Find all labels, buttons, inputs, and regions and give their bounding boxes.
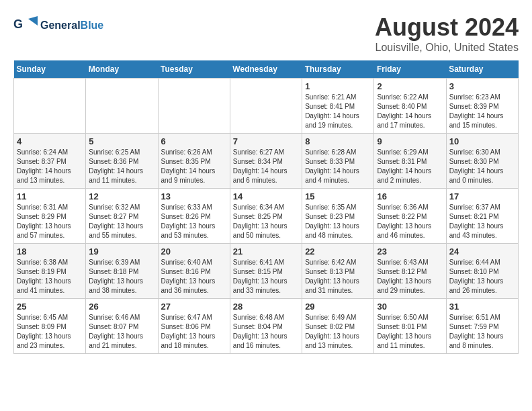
day-number: 17 bbox=[449, 191, 515, 201]
day-number: 6 bbox=[161, 136, 227, 146]
day-info: Sunrise: 6:28 AM Sunset: 8:33 PM Dayligh… bbox=[305, 148, 371, 185]
day-cell: 14Sunrise: 6:34 AM Sunset: 8:25 PM Dayli… bbox=[230, 189, 302, 244]
day-cell: 9Sunrise: 6:29 AM Sunset: 8:31 PM Daylig… bbox=[374, 134, 446, 189]
day-number: 1 bbox=[305, 81, 371, 91]
col-header-monday: Monday bbox=[86, 60, 158, 79]
day-info: Sunrise: 6:40 AM Sunset: 8:16 PM Dayligh… bbox=[161, 258, 227, 295]
calendar-table: SundayMondayTuesdayWednesdayThursdayFrid… bbox=[13, 60, 519, 354]
day-info: Sunrise: 6:38 AM Sunset: 8:19 PM Dayligh… bbox=[17, 258, 83, 295]
day-number: 14 bbox=[233, 191, 299, 201]
day-cell: 20Sunrise: 6:40 AM Sunset: 8:16 PM Dayli… bbox=[158, 244, 230, 299]
day-number: 8 bbox=[305, 136, 371, 146]
day-cell: 7Sunrise: 6:27 AM Sunset: 8:34 PM Daylig… bbox=[230, 134, 302, 189]
day-cell: 10Sunrise: 6:30 AM Sunset: 8:30 PM Dayli… bbox=[446, 134, 518, 189]
day-info: Sunrise: 6:35 AM Sunset: 8:23 PM Dayligh… bbox=[305, 203, 371, 240]
day-info: Sunrise: 6:25 AM Sunset: 8:36 PM Dayligh… bbox=[89, 148, 154, 185]
day-number: 27 bbox=[161, 302, 227, 312]
day-number: 31 bbox=[449, 302, 515, 312]
week-row-3: 11Sunrise: 6:31 AM Sunset: 8:29 PM Dayli… bbox=[14, 189, 519, 244]
day-number: 20 bbox=[161, 246, 227, 257]
col-header-wednesday: Wednesday bbox=[230, 60, 302, 79]
logo-general: General bbox=[40, 19, 81, 31]
day-cell: 2Sunrise: 6:22 AM Sunset: 8:40 PM Daylig… bbox=[374, 79, 446, 134]
day-info: Sunrise: 6:48 AM Sunset: 8:04 PM Dayligh… bbox=[233, 313, 299, 351]
day-cell: 17Sunrise: 6:37 AM Sunset: 8:21 PM Dayli… bbox=[446, 189, 518, 244]
svg-text:G: G bbox=[13, 17, 23, 31]
day-info: Sunrise: 6:51 AM Sunset: 7:59 PM Dayligh… bbox=[449, 313, 515, 351]
day-cell: 15Sunrise: 6:35 AM Sunset: 8:23 PM Dayli… bbox=[302, 189, 374, 244]
day-cell: 22Sunrise: 6:42 AM Sunset: 8:13 PM Dayli… bbox=[302, 244, 374, 299]
day-info: Sunrise: 6:30 AM Sunset: 8:30 PM Dayligh… bbox=[449, 148, 515, 185]
day-cell: 31Sunrise: 6:51 AM Sunset: 7:59 PM Dayli… bbox=[446, 299, 518, 354]
day-info: Sunrise: 6:24 AM Sunset: 8:37 PM Dayligh… bbox=[17, 148, 83, 185]
day-info: Sunrise: 6:43 AM Sunset: 8:12 PM Dayligh… bbox=[377, 258, 443, 295]
day-info: Sunrise: 6:39 AM Sunset: 8:18 PM Dayligh… bbox=[89, 258, 154, 295]
svg-marker-1 bbox=[28, 16, 38, 26]
location: Louisville, Ohio, United States bbox=[375, 42, 519, 54]
day-info: Sunrise: 6:46 AM Sunset: 8:07 PM Dayligh… bbox=[89, 313, 154, 351]
day-info: Sunrise: 6:49 AM Sunset: 8:02 PM Dayligh… bbox=[305, 313, 371, 351]
logo: G GeneralBlue bbox=[13, 13, 103, 38]
day-cell: 8Sunrise: 6:28 AM Sunset: 8:33 PM Daylig… bbox=[302, 134, 374, 189]
day-cell: 1Sunrise: 6:21 AM Sunset: 8:41 PM Daylig… bbox=[302, 79, 374, 134]
day-number: 12 bbox=[89, 191, 154, 201]
day-cell bbox=[14, 79, 86, 134]
day-number: 29 bbox=[305, 302, 371, 312]
day-info: Sunrise: 6:31 AM Sunset: 8:29 PM Dayligh… bbox=[17, 203, 83, 240]
day-number: 13 bbox=[161, 191, 227, 201]
week-row-1: 1Sunrise: 6:21 AM Sunset: 8:41 PM Daylig… bbox=[14, 79, 519, 134]
week-row-5: 25Sunrise: 6:45 AM Sunset: 8:09 PM Dayli… bbox=[14, 299, 519, 354]
day-cell bbox=[86, 79, 158, 134]
day-cell: 5Sunrise: 6:25 AM Sunset: 8:36 PM Daylig… bbox=[86, 134, 158, 189]
day-number: 16 bbox=[377, 191, 443, 201]
day-cell: 12Sunrise: 6:32 AM Sunset: 8:27 PM Dayli… bbox=[86, 189, 158, 244]
logo-icon: G bbox=[13, 13, 38, 38]
day-cell: 26Sunrise: 6:46 AM Sunset: 8:07 PM Dayli… bbox=[86, 299, 158, 354]
day-info: Sunrise: 6:36 AM Sunset: 8:22 PM Dayligh… bbox=[377, 203, 443, 240]
day-number: 25 bbox=[17, 302, 83, 312]
day-cell: 3Sunrise: 6:23 AM Sunset: 8:39 PM Daylig… bbox=[446, 79, 518, 134]
day-cell: 28Sunrise: 6:48 AM Sunset: 8:04 PM Dayli… bbox=[230, 299, 302, 354]
day-info: Sunrise: 6:50 AM Sunset: 8:01 PM Dayligh… bbox=[377, 313, 443, 351]
day-cell: 19Sunrise: 6:39 AM Sunset: 8:18 PM Dayli… bbox=[86, 244, 158, 299]
day-info: Sunrise: 6:29 AM Sunset: 8:31 PM Dayligh… bbox=[377, 148, 443, 185]
day-number: 22 bbox=[305, 246, 371, 257]
day-info: Sunrise: 6:21 AM Sunset: 8:41 PM Dayligh… bbox=[305, 93, 371, 130]
day-cell: 18Sunrise: 6:38 AM Sunset: 8:19 PM Dayli… bbox=[14, 244, 86, 299]
day-cell: 24Sunrise: 6:44 AM Sunset: 8:10 PM Dayli… bbox=[446, 244, 518, 299]
day-info: Sunrise: 6:23 AM Sunset: 8:39 PM Dayligh… bbox=[449, 93, 515, 130]
logo-blue: Blue bbox=[81, 19, 104, 31]
day-number: 9 bbox=[377, 136, 443, 146]
day-number: 28 bbox=[233, 302, 299, 312]
day-number: 15 bbox=[305, 191, 371, 201]
day-info: Sunrise: 6:45 AM Sunset: 8:09 PM Dayligh… bbox=[17, 313, 83, 351]
day-cell: 25Sunrise: 6:45 AM Sunset: 8:09 PM Dayli… bbox=[14, 299, 86, 354]
day-cell: 29Sunrise: 6:49 AM Sunset: 8:02 PM Dayli… bbox=[302, 299, 374, 354]
day-number: 5 bbox=[89, 136, 154, 146]
week-row-4: 18Sunrise: 6:38 AM Sunset: 8:19 PM Dayli… bbox=[14, 244, 519, 299]
day-number: 3 bbox=[449, 81, 515, 91]
day-number: 11 bbox=[17, 191, 83, 201]
day-number: 21 bbox=[233, 246, 299, 257]
day-number: 30 bbox=[377, 302, 443, 312]
day-cell: 21Sunrise: 6:41 AM Sunset: 8:15 PM Dayli… bbox=[230, 244, 302, 299]
day-info: Sunrise: 6:27 AM Sunset: 8:34 PM Dayligh… bbox=[233, 148, 299, 185]
day-info: Sunrise: 6:44 AM Sunset: 8:10 PM Dayligh… bbox=[449, 258, 515, 295]
header-row: SundayMondayTuesdayWednesdayThursdayFrid… bbox=[14, 60, 519, 79]
day-cell: 4Sunrise: 6:24 AM Sunset: 8:37 PM Daylig… bbox=[14, 134, 86, 189]
day-number: 2 bbox=[377, 81, 443, 91]
day-number: 10 bbox=[449, 136, 515, 146]
col-header-tuesday: Tuesday bbox=[158, 60, 230, 79]
day-info: Sunrise: 6:34 AM Sunset: 8:25 PM Dayligh… bbox=[233, 203, 299, 240]
day-cell bbox=[230, 79, 302, 134]
col-header-friday: Friday bbox=[374, 60, 446, 79]
day-info: Sunrise: 6:41 AM Sunset: 8:15 PM Dayligh… bbox=[233, 258, 299, 295]
col-header-saturday: Saturday bbox=[446, 60, 518, 79]
col-header-sunday: Sunday bbox=[14, 60, 86, 79]
day-info: Sunrise: 6:33 AM Sunset: 8:26 PM Dayligh… bbox=[161, 203, 227, 240]
day-cell: 6Sunrise: 6:26 AM Sunset: 8:35 PM Daylig… bbox=[158, 134, 230, 189]
day-cell: 23Sunrise: 6:43 AM Sunset: 8:12 PM Dayli… bbox=[374, 244, 446, 299]
col-header-thursday: Thursday bbox=[302, 60, 374, 79]
day-cell: 30Sunrise: 6:50 AM Sunset: 8:01 PM Dayli… bbox=[374, 299, 446, 354]
day-number: 7 bbox=[233, 136, 299, 146]
